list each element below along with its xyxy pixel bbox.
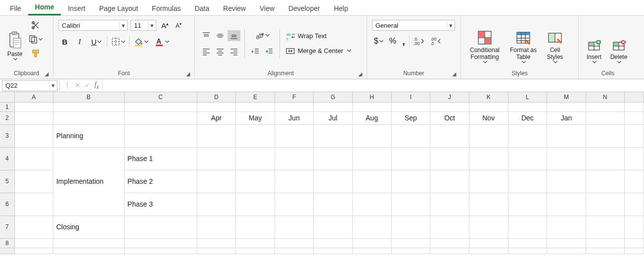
- cell[interactable]: [275, 215, 314, 238]
- row-header-9[interactable]: [0, 248, 14, 254]
- delete-cells-button[interactable]: Delete: [606, 21, 631, 66]
- cell[interactable]: [547, 102, 586, 111]
- cell[interactable]: [197, 193, 236, 215]
- row-header-4[interactable]: 4: [0, 147, 14, 170]
- cell[interactable]: [469, 170, 508, 193]
- cell[interactable]: [14, 147, 53, 170]
- cell[interactable]: [275, 248, 314, 254]
- cell[interactable]: [275, 102, 314, 111]
- fill-color-button[interactable]: [132, 36, 150, 48]
- col-header-A[interactable]: A: [14, 92, 53, 102]
- cell[interactable]: [124, 238, 197, 248]
- select-all-corner[interactable]: [0, 92, 14, 102]
- col-header-D[interactable]: D: [197, 92, 236, 102]
- cell[interactable]: [469, 215, 508, 238]
- cell[interactable]: [314, 147, 352, 170]
- cell[interactable]: [508, 215, 547, 238]
- row-header-2[interactable]: 2: [0, 111, 14, 124]
- align-right-button[interactable]: [228, 46, 240, 57]
- font-name-combo[interactable]: Calibri ▾: [58, 20, 128, 31]
- cell-B7[interactable]: Closing: [53, 215, 124, 238]
- increase-font-button[interactable]: A▴: [159, 20, 171, 31]
- cell[interactable]: [314, 193, 352, 215]
- cell-B3[interactable]: Planning: [53, 124, 124, 147]
- cell[interactable]: [197, 147, 236, 170]
- cut-button[interactable]: [29, 20, 42, 31]
- cell[interactable]: [624, 124, 644, 147]
- tab-view[interactable]: View: [253, 1, 281, 15]
- wrap-text-button[interactable]: abc Wrap Text: [284, 31, 328, 42]
- decrease-decimal-button[interactable]: .00.0: [428, 36, 443, 47]
- cell[interactable]: [352, 170, 391, 193]
- cell[interactable]: [14, 124, 53, 147]
- cell[interactable]: [391, 215, 430, 238]
- cell[interactable]: [469, 238, 508, 248]
- cell[interactable]: [124, 248, 197, 254]
- cell[interactable]: [275, 147, 314, 170]
- col-header-L[interactable]: L: [508, 92, 547, 102]
- cell[interactable]: [624, 238, 644, 248]
- formula-input[interactable]: [102, 80, 644, 91]
- col-header-H[interactable]: H: [352, 92, 391, 102]
- cell[interactable]: [508, 147, 547, 170]
- cell[interactable]: [547, 170, 586, 193]
- cell[interactable]: [14, 111, 53, 124]
- row-header-1[interactable]: 1: [0, 102, 14, 111]
- accounting-format-button[interactable]: $: [372, 36, 385, 47]
- cell[interactable]: [124, 111, 197, 124]
- cell[interactable]: [624, 193, 644, 215]
- cell[interactable]: [391, 147, 430, 170]
- cell[interactable]: [352, 193, 391, 215]
- merge-center-button[interactable]: Merge & Center: [284, 46, 353, 56]
- col-header-M[interactable]: M: [547, 92, 586, 102]
- cell[interactable]: [547, 193, 586, 215]
- cell[interactable]: [314, 102, 352, 111]
- cell-E2[interactable]: May: [236, 111, 275, 124]
- paste-button[interactable]: Paste: [3, 18, 27, 63]
- cell-G2[interactable]: Jul: [314, 111, 352, 124]
- col-header-G[interactable]: G: [314, 92, 352, 102]
- cell[interactable]: [236, 215, 275, 238]
- cell[interactable]: [547, 124, 586, 147]
- cell[interactable]: [586, 124, 624, 147]
- cell[interactable]: [430, 238, 469, 248]
- font-size-combo[interactable]: 11 ▾: [131, 20, 156, 31]
- tab-review[interactable]: Review: [216, 1, 253, 15]
- row-header-8[interactable]: 8: [0, 238, 14, 248]
- cell[interactable]: [53, 238, 124, 248]
- col-header-B[interactable]: B: [53, 92, 124, 102]
- cell[interactable]: [275, 238, 314, 248]
- col-header-N[interactable]: N: [586, 92, 624, 102]
- cell[interactable]: [469, 147, 508, 170]
- row-header-5[interactable]: 5: [0, 170, 14, 193]
- font-color-button[interactable]: A: [152, 36, 171, 48]
- decrease-font-button[interactable]: A▾: [174, 21, 184, 30]
- tab-formulas[interactable]: Formulas: [145, 1, 187, 15]
- cell[interactable]: [430, 193, 469, 215]
- cell[interactable]: [352, 147, 391, 170]
- cell[interactable]: [430, 170, 469, 193]
- align-top-button[interactable]: [200, 30, 213, 41]
- cell[interactable]: [236, 193, 275, 215]
- percent-format-button[interactable]: %: [387, 36, 398, 47]
- decrease-indent-button[interactable]: [249, 46, 262, 57]
- cell[interactable]: [275, 124, 314, 147]
- cell[interactable]: [624, 248, 644, 254]
- orientation-button[interactable]: ab: [253, 30, 272, 41]
- cell[interactable]: [430, 215, 469, 238]
- cell[interactable]: [197, 170, 236, 193]
- cell[interactable]: [124, 102, 197, 111]
- cell[interactable]: [14, 238, 53, 248]
- cell[interactable]: [624, 111, 644, 124]
- cell-K2[interactable]: Nov: [469, 111, 508, 124]
- align-bottom-button[interactable]: [228, 30, 240, 41]
- italic-button[interactable]: I: [73, 37, 86, 47]
- cell[interactable]: [586, 238, 624, 248]
- cell[interactable]: [547, 238, 586, 248]
- copy-button[interactable]: [27, 34, 45, 45]
- col-header-F[interactable]: F: [275, 92, 314, 102]
- cell-F2[interactable]: Jun: [275, 111, 314, 124]
- cell[interactable]: [314, 248, 352, 254]
- tab-file[interactable]: File: [3, 1, 28, 15]
- cell[interactable]: [197, 102, 236, 111]
